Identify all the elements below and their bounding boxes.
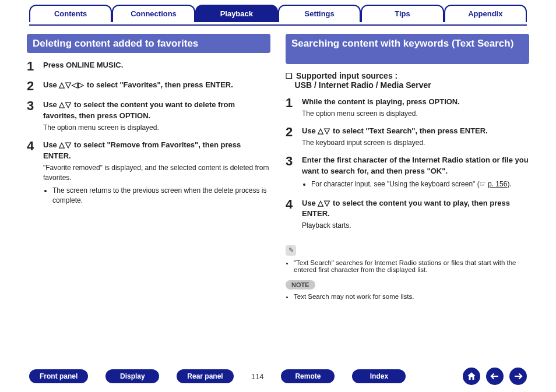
right-column: Searching content with keywords (Text Se…: [286, 34, 529, 301]
step-pre: Use: [302, 199, 318, 207]
rear-panel-button[interactable]: Rear panel: [177, 369, 233, 383]
supported-label: Supported input sources :: [296, 71, 397, 80]
step-text: Use △▽ to select the content you want to…: [302, 198, 529, 220]
square-bullet-icon: ❏: [286, 72, 293, 80]
step-post: to select "Text Search", then press ENTE…: [330, 126, 487, 135]
tab-label: Appendix: [468, 9, 502, 18]
step-post: to select "Remove from Favorites", then …: [43, 140, 241, 160]
arrow-icons: △▽: [318, 199, 330, 207]
info-bullet: "Text Search" searches for Internet Radi…: [294, 259, 529, 273]
right-step-1: 1 While the content is playing, press OP…: [286, 97, 529, 119]
step-bullet: For character input, see "Using the keyb…: [311, 179, 529, 189]
note-bullets: Text Search may not work for some lists.: [286, 293, 529, 300]
display-button[interactable]: Display: [105, 369, 159, 383]
supported-value: USB / Internet Radio / Media Server: [295, 80, 431, 90]
note-bullet: Text Search may not work for some lists.: [294, 293, 529, 300]
page-number: 114: [251, 372, 264, 381]
step-number: 1: [286, 97, 296, 119]
prev-page-icon[interactable]: [486, 368, 504, 385]
remote-button[interactable]: Remote: [281, 369, 335, 383]
nav-icons: [463, 368, 527, 385]
tab-tips[interactable]: Tips: [361, 5, 444, 22]
right-heading: Searching content with keywords (Text Se…: [286, 34, 529, 64]
step-pre: Use: [302, 126, 318, 135]
step-bullets: For character input, see "Using the keyb…: [302, 179, 529, 189]
tab-label: Playback: [220, 9, 253, 18]
right-step-2: 2 Use △▽ to select "Text Search", then p…: [286, 126, 529, 148]
arrow-icons: △▽◁▷: [59, 80, 85, 89]
tab-playback[interactable]: Playback: [195, 5, 278, 22]
next-page-icon[interactable]: [509, 368, 527, 385]
step-text: While the content is playing, press OPTI…: [302, 97, 529, 108]
step-text: Use △▽ to select "Remove from Favorites"…: [43, 140, 270, 162]
step-sub: "Favorite removed" is displayed, and the…: [43, 163, 270, 183]
step-sub: The option menu screen is displayed.: [302, 109, 529, 119]
left-column: Deleting content added to favorites 1 Pr…: [27, 34, 270, 301]
tab-label: Connections: [131, 9, 177, 18]
pencil-icon: ✎: [286, 245, 296, 256]
index-button[interactable]: Index: [352, 369, 406, 383]
page-link[interactable]: p. 156: [488, 180, 507, 188]
left-steps: 1 Press ONLINE MUSIC. 2 Use △▽◁▷ to sele…: [27, 60, 270, 207]
step-number: 1: [27, 60, 37, 73]
left-heading: Deleting content added to favorites: [27, 34, 270, 53]
step-pre: Use: [43, 140, 59, 149]
step-post: to select "Favorites", then press ENTER.: [85, 80, 233, 89]
step-sub: The keyboard input screen is displayed.: [302, 138, 529, 148]
step-number: 2: [27, 80, 37, 93]
step-number: 3: [27, 100, 37, 133]
info-bullets: "Text Search" searches for Internet Radi…: [286, 259, 529, 273]
step-pre: Use: [43, 100, 59, 109]
right-step-3: 3 Enter the first character of the Inter…: [286, 155, 529, 190]
step-text: Use △▽ to select the content you want to…: [43, 100, 270, 122]
note-label: NOTE: [286, 280, 315, 289]
tab-appendix[interactable]: Appendix: [444, 5, 527, 22]
step-number: 4: [27, 140, 37, 207]
step-post: to select the content you want to play, …: [302, 199, 510, 218]
step-number: 2: [286, 126, 296, 148]
step-text: Press ONLINE MUSIC.: [43, 60, 270, 71]
step-pre: Use: [43, 80, 59, 89]
bullet-after: ).: [507, 180, 511, 188]
step-sub: Playback starts.: [302, 221, 529, 231]
left-step-4: 4 Use △▽ to select "Remove from Favorite…: [27, 140, 270, 207]
tab-label: Contents: [54, 9, 87, 18]
step-bullets: The screen returns to the previous scree…: [43, 186, 270, 206]
arrow-icons: △▽: [59, 100, 72, 109]
step-number: 4: [286, 198, 296, 231]
left-step-3: 3 Use △▽ to select the content you want …: [27, 100, 270, 133]
home-icon[interactable]: [463, 368, 480, 385]
arrow-icons: △▽: [59, 140, 72, 149]
tab-label: Tips: [395, 9, 410, 18]
supported-sources: ❏Supported input sources : USB / Interne…: [286, 71, 529, 90]
content-columns: Deleting content added to favorites 1 Pr…: [0, 34, 556, 301]
arrow-icons: △▽: [318, 126, 330, 135]
tab-settings[interactable]: Settings: [278, 5, 361, 22]
tab-connections[interactable]: Connections: [112, 5, 195, 22]
step-bullet: The screen returns to the previous scree…: [52, 186, 270, 206]
step-text: Use △▽◁▷ to select "Favorites", then pre…: [43, 80, 270, 91]
left-step-1: 1 Press ONLINE MUSIC.: [27, 60, 270, 73]
step-post: to select the content you want to delete…: [43, 100, 235, 120]
tabs-underline: [29, 24, 527, 26]
step-sub: The option menu screen is displayed.: [43, 123, 270, 133]
front-panel-button[interactable]: Front panel: [29, 369, 88, 383]
step-text: Use △▽ to select "Text Search", then pre…: [302, 126, 529, 137]
step-number: 3: [286, 155, 296, 190]
bullet-text: For character input, see "Using the keyb…: [311, 180, 488, 188]
tab-label: Settings: [305, 9, 335, 18]
top-tabs: Contents Connections Playback Settings T…: [0, 0, 556, 24]
step-text: Enter the first character of the Interne…: [302, 155, 529, 177]
footer: Front panel Display Rear panel 114 Remot…: [0, 368, 556, 385]
tab-contents[interactable]: Contents: [29, 5, 112, 22]
right-step-4: 4 Use △▽ to select the content you want …: [286, 198, 529, 231]
right-steps: 1 While the content is playing, press OP…: [286, 97, 529, 231]
left-step-2: 2 Use △▽◁▷ to select "Favorites", then p…: [27, 80, 270, 93]
